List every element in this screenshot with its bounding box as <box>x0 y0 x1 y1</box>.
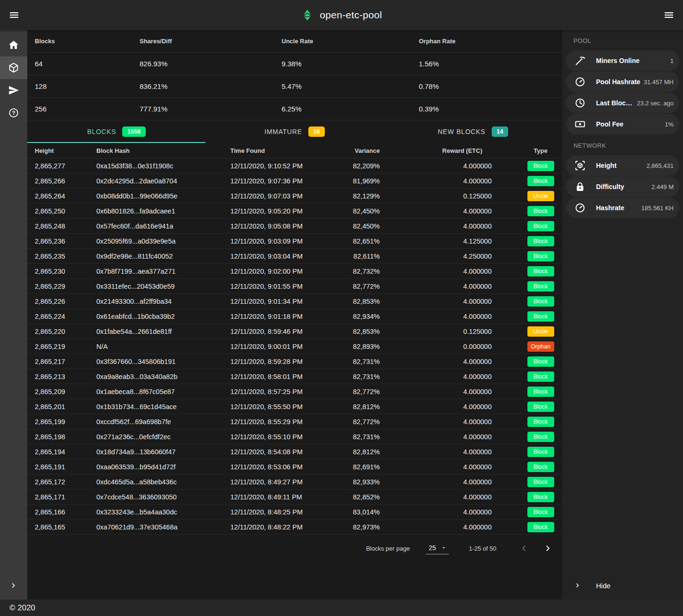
cell-type: Block <box>519 402 562 412</box>
pool-stat-item: Pool Hashrate31.457 MH <box>566 71 679 92</box>
cell-type: Block <box>519 296 562 307</box>
cell-block-hash: 0x1b31b734...69c1d45ace <box>96 403 230 411</box>
menu-icon-right[interactable] <box>663 9 675 21</box>
type-badge: Block <box>527 447 554 457</box>
type-badge: Block <box>527 296 554 307</box>
type-badge: Block <box>527 251 554 261</box>
cell-variance: 82,772% <box>324 388 380 395</box>
cell-height: 2,865,201 <box>27 403 96 411</box>
cell-height: 2,865,235 <box>27 253 96 260</box>
cell-time-found: 12/11/2020, 8:55:29 PM <box>230 418 324 426</box>
table-row: 2,865,1910xaa063539...b95d41d72f12/11/20… <box>27 459 562 474</box>
network-stat-label: Difficulty <box>596 183 624 190</box>
tab-new-blocks[interactable]: NEW BLOCKS14 <box>384 120 562 143</box>
stats-cell: 0.78% <box>411 82 562 90</box>
cell-time-found: 12/11/2020, 8:49:27 PM <box>230 478 324 486</box>
stats-cell: 64 <box>27 60 132 68</box>
previous-page-button[interactable] <box>518 543 529 554</box>
stats-cell: 777.91% <box>132 105 274 113</box>
type-badge: Block <box>527 266 554 276</box>
cell-type: Block <box>519 161 562 171</box>
pool-stat-item: Pool Fee1% <box>566 114 679 134</box>
cell-reward: 4.000000 <box>380 448 519 456</box>
table-row: 2,865,1940x18d734a9...13b6060f4712/11/20… <box>27 444 562 459</box>
cell-reward: 4.000000 <box>380 283 519 290</box>
table-row: 2,865,2770xa15d3f38...0e31f1908c12/11/20… <box>27 158 562 174</box>
table-row: 2,865,2200x1fabe54a...2661de81ff12/11/20… <box>27 324 562 339</box>
cell-type: Block <box>519 311 562 322</box>
cell-time-found: 12/11/2020, 9:02:00 PM <box>230 268 324 275</box>
per-page-value: 25 <box>429 544 436 552</box>
cell-variance: 82,651% <box>324 237 380 245</box>
tab-label: NEW BLOCKS <box>438 128 485 135</box>
gauge-icon <box>574 76 586 87</box>
sidebar-item-blocks[interactable] <box>0 56 27 79</box>
cell-type: Block <box>519 371 562 382</box>
cell-height: 2,865,236 <box>27 237 96 245</box>
tab-label: BLOCKS <box>87 128 116 135</box>
tab-immature[interactable]: IMMATURE16 <box>205 120 384 143</box>
type-badge: Block <box>527 311 554 322</box>
cell-variance: 82,731% <box>324 358 380 365</box>
cell-type: Block <box>519 176 562 186</box>
per-page-label: Blocks per page <box>366 545 410 552</box>
cell-time-found: 12/11/2020, 9:01:34 PM <box>230 298 324 305</box>
cell-block-hash: 0x1aebeca8...8f67c05e87 <box>96 388 230 395</box>
cell-variance: 82,129% <box>324 192 380 200</box>
type-badge: Block <box>527 371 554 382</box>
table-row: 2,865,2240x61eabfcd...1b0cba39b212/11/20… <box>27 309 562 324</box>
etc-logo-icon <box>301 8 313 22</box>
cell-time-found: 12/11/2020, 9:05:20 PM <box>230 207 324 215</box>
cell-height: 2,865,191 <box>27 463 96 471</box>
cell-type: Block <box>519 251 562 261</box>
cell-height: 2,865,166 <box>27 508 96 516</box>
help-icon: ? <box>8 107 19 118</box>
cell-time-found: 12/11/2020, 8:58:01 PM <box>230 373 324 380</box>
type-badge: Block <box>527 507 554 517</box>
cell-block-hash: 0x3311efec...20453d0e59 <box>96 283 230 290</box>
pool-stat-label: Pool Hashrate <box>596 78 640 86</box>
table-row: 2,865,2350x9df2e98e...811fc4005212/11/20… <box>27 249 562 264</box>
network-stat-value: 185.561 KH <box>638 205 674 212</box>
cell-reward: 4.000000 <box>380 358 519 365</box>
stats-cell: 128 <box>27 82 132 90</box>
cell-height: 2,865,217 <box>27 358 96 365</box>
type-badge: Block <box>527 402 554 412</box>
menu-icon[interactable] <box>8 9 20 21</box>
cube-scan-icon <box>574 160 586 171</box>
clock-icon <box>574 97 586 109</box>
cell-time-found: 12/11/2020, 9:10:52 PM <box>230 162 324 170</box>
cell-reward: 4.000000 <box>380 222 519 230</box>
type-badge: Block <box>527 387 554 397</box>
blocks-per-page-select[interactable]: 25 <box>426 542 449 554</box>
cell-time-found: 12/11/2020, 8:59:46 PM <box>230 328 324 335</box>
sidebar-expand-button[interactable] <box>0 574 27 597</box>
cell-time-found: 12/11/2020, 9:05:08 PM <box>230 222 324 230</box>
next-page-button[interactable] <box>542 543 554 554</box>
cell-time-found: 12/11/2020, 9:01:55 PM <box>230 283 324 290</box>
cell-time-found: 12/11/2020, 9:03:09 PM <box>230 237 324 245</box>
cell-variance: 82,812% <box>324 403 380 411</box>
cell-block-hash: 0x25095f69...a0d39e9e5a <box>96 237 230 245</box>
hide-sidebar-button[interactable]: Hide <box>562 574 683 597</box>
cell-block-hash: 0xccdf562f...69a698b7fe <box>96 418 230 426</box>
cell-reward: 4.000000 <box>380 508 519 516</box>
cell-variance: 82,731% <box>324 433 380 441</box>
cell-block-hash: 0xaa063539...b95d41d72f <box>96 463 230 471</box>
cell-variance: 82,772% <box>324 418 380 426</box>
stats-cell: 0.39% <box>411 105 562 113</box>
sidebar-item-payments[interactable] <box>0 79 27 102</box>
cell-variance: 82,853% <box>324 298 380 305</box>
cell-variance: 82,209% <box>324 162 380 170</box>
table-row: 2,865,2010x1b31b734...69c1d45ace12/11/20… <box>27 399 562 414</box>
type-badge: Uncle <box>527 326 554 337</box>
cell-type: Block <box>519 387 562 397</box>
cell-reward: 4.000000 <box>380 418 519 426</box>
sidebar-item-help[interactable]: ? <box>0 102 27 124</box>
sidebar-item-home[interactable] <box>0 34 27 56</box>
cell-block-hash: 0xa70621d9...37e305468a <box>96 523 230 531</box>
table-row: 2,865,2300x7b8f7199...aea377a27112/11/20… <box>27 264 562 279</box>
cell-reward: 0.125000 <box>380 328 519 335</box>
cell-reward: 4.000000 <box>380 523 519 531</box>
tab-blocks[interactable]: BLOCKS1558 <box>27 120 205 143</box>
